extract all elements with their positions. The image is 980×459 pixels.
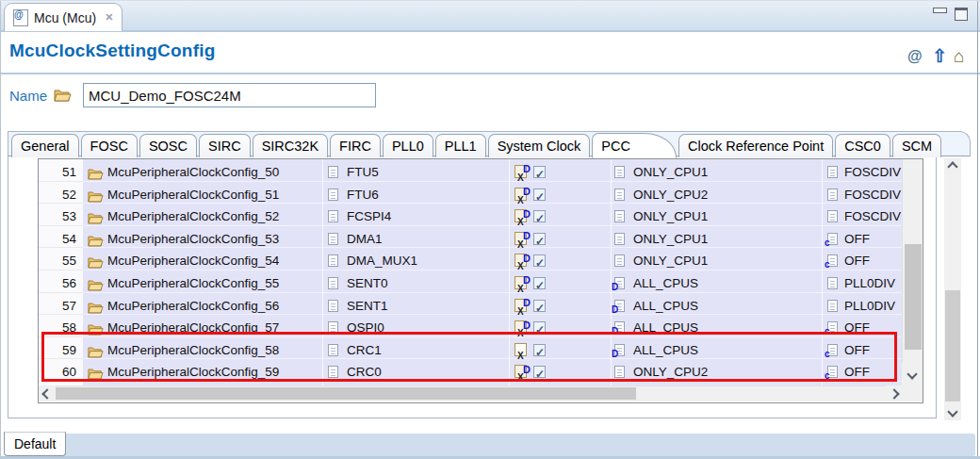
tab-pll0[interactable]: PLL0 [383,134,433,157]
xd-icon: XD [514,299,527,312]
close-icon[interactable]: ✕ [105,11,113,24]
maximize-button[interactable] [955,8,968,21]
header-separator [0,73,980,74]
tab-pll1[interactable]: PLL1 [435,134,486,157]
document-icon [328,277,338,289]
clock-source: OFF [844,250,902,272]
tab-pcc[interactable]: PCC [592,133,677,158]
page-tab-default[interactable]: Default [4,432,66,456]
xd-icon: XD [514,188,527,201]
document-icon [614,233,625,245]
document-icon [614,210,625,222]
row-number: 54 [39,228,76,251]
peripheral-name: DMA_MUX1 [347,250,417,272]
scroll-right-arrow[interactable] [886,385,903,402]
scrollbar-corner [903,385,923,402]
row-number: 53 [39,205,76,228]
row-number: 55 [39,250,76,272]
tab-fosc[interactable]: FOSC [81,134,138,157]
tab-firc[interactable]: FIRC [330,134,381,157]
editor-tab-title: Mcu (Mcu) [34,10,96,25]
document-icon [827,210,838,222]
tab-sirc[interactable]: SIRC [199,134,251,157]
clock-source: PLL0DIV [844,272,902,295]
config-name: McuPeripheralClockConfig_52 [107,205,279,228]
scrollbar-thumb[interactable] [945,290,960,402]
cpu-assignment: ONLY_CPU1 [633,228,708,251]
tab-system-clock[interactable]: System Clock [488,134,591,157]
up-arrow-icon[interactable]: ⇧ [932,47,947,66]
clock-source: PLL0DIV [844,295,902,318]
table-row[interactable]: 51 McuPeripheralClockConfig_50 FTU5 XD ✓… [39,161,902,184]
tab-clock-reference-point[interactable]: Clock Reference Point [678,134,833,157]
config-name: McuPeripheralClockConfig_56 [107,295,279,318]
form-scroll-down-arrow[interactable] [944,403,961,420]
table-vertical-scrollbar[interactable] [902,159,923,385]
clock-enable-checkbox[interactable]: ✓ [533,300,546,312]
document-icon [614,189,625,201]
cpu-assignment: ONLY_CPU1 [633,250,708,272]
editor-tab-mcu[interactable]: @ Mcu (Mcu) ✕ [4,3,122,31]
folder-icon [54,89,72,106]
table-row[interactable]: 56 McuPeripheralClockConfig_55 SENT0 XD … [39,272,902,295]
document-icon [827,300,838,312]
config-name: McuPeripheralClockConfig_51 [107,184,279,206]
document-icon [614,166,625,178]
document-icon [328,254,338,267]
cpu-assignment: ONLY_CPU2 [633,184,708,206]
tab-sirc32k[interactable]: SIRC32K [253,134,328,157]
cpu-assignment: ONLY_CPU1 [633,161,708,184]
tab-csc0[interactable]: CSC0 [835,134,890,157]
form-scroll-up-arrow[interactable] [944,158,961,175]
scrollbar-thumb[interactable] [56,387,636,400]
document-icon [614,254,625,267]
peripheral-name: SENT0 [347,272,388,295]
minimize-button[interactable] [933,8,947,13]
tab-general[interactable]: General [11,134,79,157]
scrollbar-thumb[interactable] [905,244,922,350]
peripheral-name: DMA1 [347,228,383,251]
peripheral-name: SENT1 [347,295,388,318]
at-icon[interactable]: @ [907,47,923,66]
clock-enable-checkbox[interactable]: ✓ [533,210,546,222]
document-icon: D [614,277,625,289]
editor-tab-bar: @ Mcu (Mcu) ✕ [0,1,980,32]
name-input[interactable] [83,83,376,107]
peripheral-name: FTU5 [347,161,379,184]
home-icon[interactable]: ⌂ [954,47,964,66]
clock-source: FOSCDIV [844,161,902,184]
table-row[interactable]: 53 McuPeripheralClockConfig_52 FCSPI4 XD… [39,205,902,228]
document-icon [328,300,338,312]
clock-enable-checkbox[interactable]: ✓ [533,233,546,245]
table-row[interactable]: 57 McuPeripheralClockConfig_56 SENT1 XD … [39,295,902,318]
name-label: Name [9,88,47,104]
config-name: McuPeripheralClockConfig_53 [107,228,279,251]
table-row[interactable]: 52 McuPeripheralClockConfig_51 FTU6 XD ✓… [39,184,902,206]
table-row[interactable]: 55 McuPeripheralClockConfig_54 DMA_MUX1 … [39,250,902,272]
clock-enable-checkbox[interactable]: ✓ [533,166,546,178]
clock-enable-checkbox[interactable]: ✓ [533,254,546,267]
clock-enable-checkbox[interactable]: ✓ [533,189,546,201]
config-name: McuPeripheralClockConfig_54 [107,250,279,272]
scroll-down-arrow[interactable] [902,363,923,385]
document-icon [328,210,338,222]
row-number: 56 [39,272,76,295]
window-left-border [0,1,1,459]
xd-icon: XD [514,209,527,222]
highlight-rectangle [41,332,897,382]
document-icon [827,189,838,201]
row-number: 52 [39,184,76,206]
document-icon [827,277,838,289]
xd-icon: XD [514,232,527,245]
clock-enable-checkbox[interactable]: ✓ [533,277,546,289]
tab-sosc[interactable]: SOSC [139,134,197,157]
tab-scm[interactable]: SCM [892,134,941,157]
table-row[interactable]: 54 McuPeripheralClockConfig_53 DMA1 XD ✓… [39,228,902,251]
scroll-left-arrow[interactable] [39,385,56,402]
config-name: McuPeripheralClockConfig_55 [107,272,279,295]
document-icon: D [614,300,625,312]
peripheral-name: FCSPI4 [347,205,391,228]
page-tab-bar [60,434,975,456]
document-icon [328,233,338,245]
section-tabs: General FOSC SOSC SIRC SIRC32K FIRC PLL0… [11,132,943,157]
